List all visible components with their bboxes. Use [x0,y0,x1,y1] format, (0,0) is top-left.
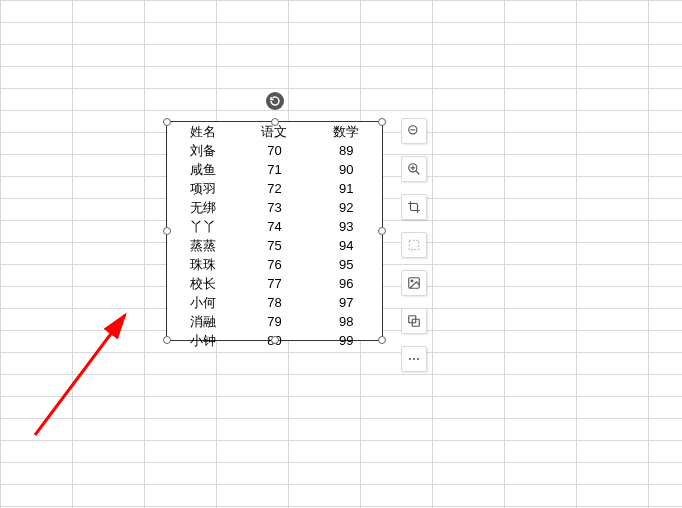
resize-handle-sw[interactable] [163,336,171,344]
object-toolbar [401,118,427,372]
cell-math: 96 [310,274,382,293]
cell-math: 95 [310,255,382,274]
cell-math: 91 [310,179,382,198]
cell-chinese: 78 [239,293,311,312]
cell-name: 丫丫 [167,217,239,236]
cell-math: 98 [310,312,382,331]
table-row: 无绑7392 [167,198,382,217]
cell-math: 89 [310,141,382,160]
cell-chinese: 76 [239,255,311,274]
picture-button[interactable] [401,270,427,296]
cell-name: 消融 [167,312,239,331]
resize-handle-n[interactable] [271,118,279,126]
cell-name: 刘备 [167,141,239,160]
table-row: 小何7897 [167,293,382,312]
table-row: 珠珠7695 [167,255,382,274]
cell-math: 94 [310,236,382,255]
embedded-table: 姓名 语文 数学 刘备7089咸鱼7190项羽7291无绑7392丫丫7493蒸… [167,122,382,350]
svg-point-8 [411,280,413,282]
embedded-object[interactable]: 姓名 语文 数学 刘备7089咸鱼7190项羽7291无绑7392丫丫7493蒸… [166,121,383,341]
cell-chinese: 70 [239,141,311,160]
cell-name: 小钟 [167,331,239,350]
cell-chinese: 75 [239,236,311,255]
cell-math: 97 [310,293,382,312]
cell-name: 咸鱼 [167,160,239,179]
cell-math: 93 [310,217,382,236]
resize-handle-ne[interactable] [378,118,386,126]
cell-chinese: 71 [239,160,311,179]
col-header-math: 数学 [310,122,382,141]
svg-point-12 [413,358,415,360]
dashed-box-button[interactable] [401,232,427,258]
cell-math: 99 [310,331,382,350]
cell-chinese: 72 [239,179,311,198]
table-row: 校长7796 [167,274,382,293]
table-row: 蒸蒸7594 [167,236,382,255]
cell-name: 小何 [167,293,239,312]
cell-name: 珠珠 [167,255,239,274]
cell-math: 92 [310,198,382,217]
cell-name: 项羽 [167,179,239,198]
cell-chinese: 74 [239,217,311,236]
cell-chinese: 73 [239,198,311,217]
cell-math: 90 [310,160,382,179]
svg-rect-6 [409,240,418,249]
table-row: 刘备7089 [167,141,382,160]
zoom-in-button[interactable] [401,156,427,182]
cell-chinese: 77 [239,274,311,293]
table-row: 咸鱼7190 [167,160,382,179]
resize-handle-se[interactable] [378,336,386,344]
cell-chinese: 79 [239,312,311,331]
col-header-name: 姓名 [167,122,239,141]
copy-button[interactable] [401,308,427,334]
svg-point-11 [409,358,411,360]
cell-name: 蒸蒸 [167,236,239,255]
more-button[interactable] [401,346,427,372]
rotate-handle[interactable] [266,92,284,110]
cell-name: 无绑 [167,198,239,217]
resize-handle-e[interactable] [378,227,386,235]
table-row: 项羽7291 [167,179,382,198]
table-row: 消融7998 [167,312,382,331]
resize-handle-w[interactable] [163,227,171,235]
crop-button[interactable] [401,194,427,220]
resize-handle-nw[interactable] [163,118,171,126]
resize-handle-s[interactable] [271,336,279,344]
zoom-out-button[interactable] [401,118,427,144]
svg-line-3 [416,171,420,175]
cell-name: 校长 [167,274,239,293]
svg-point-13 [417,358,419,360]
table-row: 丫丫7493 [167,217,382,236]
